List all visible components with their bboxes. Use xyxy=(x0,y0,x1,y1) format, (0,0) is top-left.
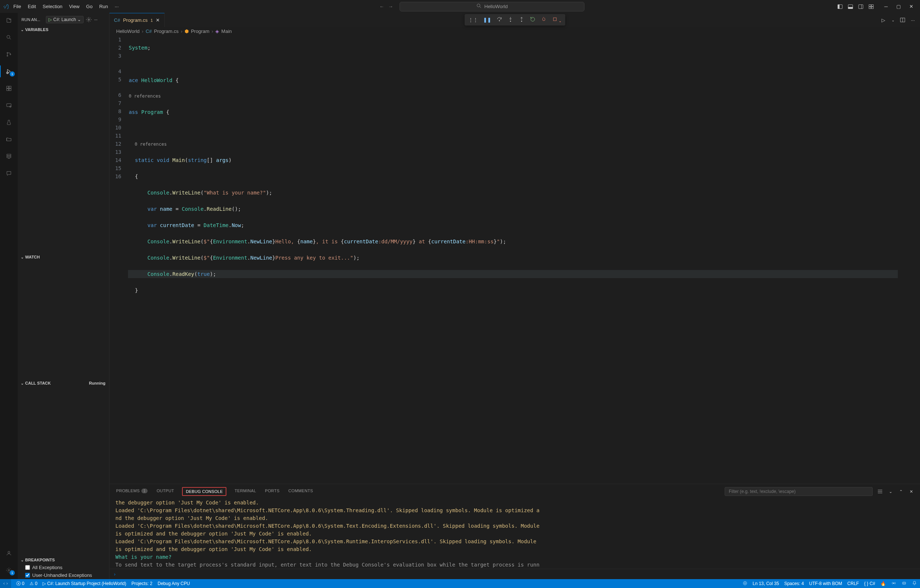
tab-close-icon[interactable]: ✕ xyxy=(156,17,160,23)
maximize-panel-icon[interactable]: ⌃ xyxy=(898,489,904,494)
activity-remote[interactable] xyxy=(5,101,13,110)
status-indentation[interactable]: Spaces: 4 xyxy=(784,581,804,586)
menu-file[interactable]: File xyxy=(10,2,24,11)
status-encoding[interactable]: UTF-8 with BOM xyxy=(809,581,842,586)
activity-extensions[interactable] xyxy=(5,84,13,93)
activity-server[interactable] xyxy=(5,152,13,161)
activity-search[interactable] xyxy=(5,33,13,42)
status-errors[interactable]: ⓧ 0 xyxy=(16,581,24,587)
breakpoint-user-unhandled[interactable]: User-Unhandled Exceptions xyxy=(18,571,109,579)
menu-run[interactable]: Run xyxy=(96,2,111,11)
menu-edit[interactable]: Edit xyxy=(25,2,39,11)
activity-settings[interactable]: 1 xyxy=(5,566,13,575)
status-debug-config[interactable]: Debug Any CPU xyxy=(157,581,190,586)
breadcrumb-method[interactable]: Main xyxy=(221,29,232,34)
vscode-logo-icon xyxy=(3,4,9,10)
layout-panel-icon[interactable] xyxy=(847,4,854,10)
status-warnings[interactable]: ⚠ 0 xyxy=(29,581,37,586)
pause-icon[interactable]: ❚❚ xyxy=(483,17,491,23)
layout-sidebar-right-icon[interactable] xyxy=(858,4,864,10)
variables-section-header[interactable]: ⌄VARIABLES xyxy=(18,26,109,33)
panel-tab-debug-console[interactable]: DEBUG CONSOLE xyxy=(182,487,227,496)
activity-account[interactable] xyxy=(5,549,13,558)
activity-source-control[interactable] xyxy=(5,50,13,59)
codelens-class[interactable]: 0 references xyxy=(128,92,898,100)
close-panel-icon[interactable]: ✕ xyxy=(908,489,914,494)
nav-back-icon[interactable]: ← xyxy=(379,4,385,10)
breadcrumb-class[interactable]: Program xyxy=(191,29,209,34)
clear-console-icon[interactable] xyxy=(877,489,883,494)
nav-forward-icon[interactable]: → xyxy=(388,4,394,10)
hot-reload-icon[interactable] xyxy=(541,16,547,23)
panel-tab-ports[interactable]: PORTS xyxy=(264,488,280,495)
status-fire-icon[interactable]: 🔥 xyxy=(880,581,886,586)
more-icon[interactable]: ··· xyxy=(94,17,97,22)
svg-point-28 xyxy=(521,21,522,21)
activity-explorer[interactable] xyxy=(5,16,13,25)
debug-console-input[interactable]: › xyxy=(110,569,920,579)
breakpoint-all-exceptions[interactable]: All Exceptions xyxy=(18,564,109,571)
console-filter-input[interactable] xyxy=(725,487,873,496)
stop-icon[interactable]: ⌄ xyxy=(552,16,562,23)
window-close-icon[interactable]: ✕ xyxy=(908,4,914,10)
command-center[interactable]: HelloWorld xyxy=(400,2,585,11)
menu-selection[interactable]: Selection xyxy=(40,2,65,11)
run-icon[interactable]: ▷ xyxy=(880,17,886,23)
activity-comments[interactable] xyxy=(5,169,13,178)
window-minimize-icon[interactable]: ─ xyxy=(883,4,889,10)
step-over-icon[interactable] xyxy=(496,16,502,23)
status-language[interactable]: { } C# xyxy=(864,581,875,586)
layout-customize-icon[interactable] xyxy=(868,4,874,10)
bp-all-checkbox[interactable] xyxy=(25,565,30,570)
activity-testing[interactable] xyxy=(5,118,13,127)
drag-handle-icon[interactable]: ⋮⋮ xyxy=(468,17,478,23)
debug-sidebar: RUN AN... ▷ C#: Launch ⌄ ··· ⌄VARIABLES … xyxy=(18,13,110,579)
chevron-down-icon[interactable]: ⌄ xyxy=(891,18,894,22)
status-launch-config[interactable]: ▷ C#: Launch Startup Project (HelloWorld… xyxy=(42,581,126,586)
callstack-section-header[interactable]: ⌄CALL STACK Running xyxy=(18,379,109,387)
bp-all-label: All Exceptions xyxy=(32,565,63,570)
breadcrumb[interactable]: HelloWorld› C#Program.cs› ⬢Program› ◈Mai… xyxy=(110,27,920,36)
restart-icon[interactable] xyxy=(530,16,536,23)
panel-tab-terminal[interactable]: TERMINAL xyxy=(234,488,257,495)
editor-tabs: C# Program.cs 1 ✕ ⋮⋮ ❚❚ ⌄ ▷ ⌄ ··· xyxy=(110,13,920,27)
menu-more[interactable]: ··· xyxy=(112,2,122,11)
debug-toolbar[interactable]: ⋮⋮ ❚❚ ⌄ xyxy=(465,14,565,26)
status-target-icon[interactable] xyxy=(742,581,748,587)
breadcrumb-project[interactable]: HelloWorld xyxy=(116,29,139,34)
activity-run-debug[interactable]: 1 xyxy=(5,67,13,76)
collapse-icon[interactable]: ⌄ xyxy=(888,489,893,494)
more-icon[interactable]: ··· xyxy=(911,17,915,23)
status-eol[interactable]: CRLF xyxy=(847,581,859,586)
window-maximize-icon[interactable]: ▢ xyxy=(896,4,902,10)
bp-user-checkbox[interactable] xyxy=(25,573,30,578)
layout-sidebar-left-icon[interactable] xyxy=(837,4,843,10)
menu-bar: File Edit Selection View Go Run ··· xyxy=(10,2,122,11)
menu-go[interactable]: Go xyxy=(83,2,96,11)
panel-tab-comments[interactable]: COMMENTS xyxy=(288,488,314,495)
remote-indicator[interactable] xyxy=(0,579,11,588)
status-broadcast-icon[interactable] xyxy=(891,581,896,587)
status-notifications-icon[interactable] xyxy=(912,581,917,587)
code-editor[interactable]: 123 45 678910111213141516 System; ace He… xyxy=(110,36,920,484)
gear-icon[interactable] xyxy=(86,17,92,23)
split-editor-icon[interactable] xyxy=(900,17,905,23)
code-content[interactable]: System; ace HelloWorld { 0 references as… xyxy=(128,36,898,484)
step-out-icon[interactable] xyxy=(518,16,525,23)
watch-section-header[interactable]: ⌄WATCH xyxy=(18,253,109,261)
debug-console-output[interactable]: the debugger option 'Just My Code' is en… xyxy=(110,498,920,569)
panel-tab-output[interactable]: OUTPUT xyxy=(156,488,175,495)
panel-tab-problems[interactable]: PROBLEMS1 xyxy=(115,488,148,495)
tab-program-cs[interactable]: C# Program.cs 1 ✕ xyxy=(110,13,165,27)
status-cursor-position[interactable]: Ln 13, Col 35 xyxy=(753,581,779,586)
codelens-method[interactable]: 0 references xyxy=(128,141,898,148)
activity-folder[interactable] xyxy=(5,135,13,144)
status-copilot-icon[interactable] xyxy=(902,581,907,587)
minimap[interactable] xyxy=(898,36,920,484)
menu-view[interactable]: View xyxy=(66,2,83,11)
step-into-icon[interactable] xyxy=(507,16,513,23)
breakpoints-section-header[interactable]: ⌄BREAKPOINTS xyxy=(18,556,109,564)
breadcrumb-file[interactable]: Program.cs xyxy=(154,29,178,34)
status-projects[interactable]: Projects: 2 xyxy=(131,581,152,586)
launch-config-dropdown[interactable]: ▷ C#: Launch ⌄ xyxy=(46,16,84,23)
